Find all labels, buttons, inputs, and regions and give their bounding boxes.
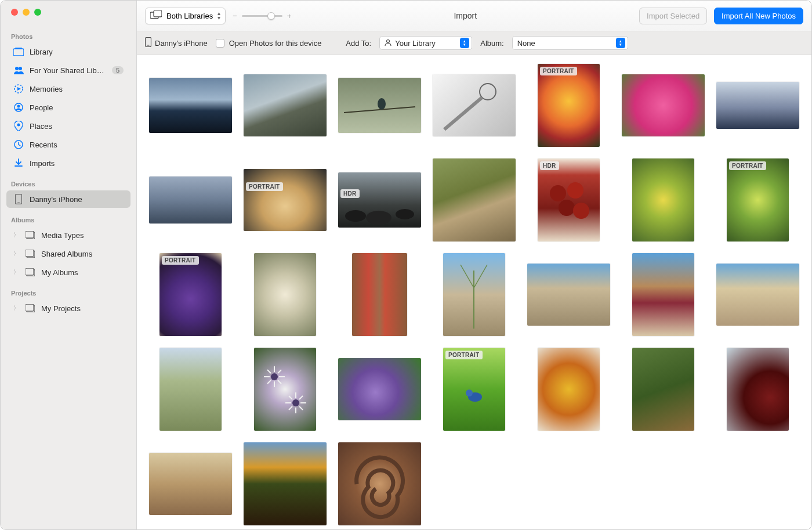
svg-line-55 bbox=[289, 406, 292, 410]
open-photos-checkbox[interactable] bbox=[216, 39, 224, 48]
photo-thumbnail[interactable] bbox=[716, 82, 800, 129]
toolbar: Both Libraries ▴▾ − + Import Import Sele… bbox=[137, 1, 811, 31]
svg-point-48 bbox=[292, 399, 299, 406]
person-icon bbox=[385, 39, 392, 48]
svg-point-26 bbox=[378, 98, 386, 110]
sidebar-item-recents[interactable]: Recents bbox=[6, 136, 130, 153]
chevron-right-icon: 〉 bbox=[13, 304, 19, 312]
svg-point-32 bbox=[550, 185, 566, 201]
sidebar-item-shared-library[interactable]: For Your Shared Lib… 5 bbox=[6, 62, 130, 79]
slider-knob[interactable] bbox=[267, 12, 275, 20]
memories-icon bbox=[13, 84, 24, 94]
photo-thumbnail[interactable] bbox=[243, 442, 327, 525]
people-share-icon bbox=[13, 65, 24, 75]
photo-grid[interactable]: PORTRAITPORTRAITHDRHDRPORTRAITPORTRAITPO… bbox=[137, 55, 811, 529]
photo-thumbnail[interactable] bbox=[148, 176, 233, 223]
photo-thumbnail[interactable] bbox=[338, 78, 422, 133]
iphone-icon bbox=[13, 194, 24, 204]
photo-thumbnail[interactable] bbox=[527, 348, 611, 431]
sidebar-item-my-projects[interactable]: 〉 My Projects bbox=[6, 300, 130, 317]
library-selector[interactable]: Both Libraries ▴▾ bbox=[145, 8, 226, 24]
photo-thumbnail[interactable]: PORTRAIT bbox=[243, 169, 327, 231]
photo-thumbnail[interactable] bbox=[716, 348, 800, 431]
svg-rect-23 bbox=[147, 45, 150, 46]
photo-thumbnail[interactable] bbox=[621, 158, 705, 241]
close-window-button[interactable] bbox=[11, 9, 18, 16]
add-to-label: Add To: bbox=[346, 39, 371, 48]
sidebar-item-places[interactable]: Places bbox=[6, 117, 130, 135]
photo-thumbnail[interactable] bbox=[621, 253, 705, 336]
recents-icon bbox=[13, 139, 24, 150]
library-icon bbox=[13, 46, 24, 57]
photo-thumbnail[interactable]: PORTRAIT bbox=[716, 158, 800, 241]
photo-thumbnail[interactable] bbox=[621, 348, 705, 431]
photo-thumbnail[interactable] bbox=[148, 453, 233, 515]
shared-badge: 5 bbox=[112, 66, 124, 74]
photo-thumbnail[interactable] bbox=[432, 253, 516, 336]
album-select[interactable]: None ▴▾ bbox=[512, 36, 628, 50]
section-projects: Projects bbox=[1, 287, 136, 299]
portrait-badge: PORTRAIT bbox=[246, 182, 283, 191]
photo-thumbnail[interactable] bbox=[527, 264, 611, 326]
imports-icon bbox=[13, 158, 24, 168]
svg-point-27 bbox=[480, 84, 496, 100]
import-options-bar: Danny's iPhone Open Photos for this devi… bbox=[137, 31, 811, 55]
svg-rect-11 bbox=[17, 203, 20, 203]
svg-rect-1 bbox=[15, 48, 22, 49]
project-icon bbox=[25, 303, 35, 313]
photo-thumbnail[interactable] bbox=[243, 74, 327, 136]
svg-point-24 bbox=[387, 39, 390, 42]
photo-thumbnail[interactable] bbox=[432, 74, 516, 136]
sidebar: Photos Library For Your Shared Lib… 5 Me… bbox=[1, 1, 137, 529]
svg-rect-13 bbox=[26, 231, 34, 238]
photo-thumbnail[interactable]: PORTRAIT bbox=[527, 64, 611, 147]
portrait-badge: PORTRAIT bbox=[445, 351, 483, 359]
photo-thumbnail[interactable]: HDR bbox=[338, 172, 422, 228]
svg-point-8 bbox=[17, 124, 20, 127]
sidebar-item-device[interactable]: Danny's iPhone bbox=[6, 190, 130, 208]
portrait-badge: PORTRAIT bbox=[729, 161, 766, 170]
zoom-slider[interactable]: − + bbox=[233, 12, 291, 20]
sidebar-item-shared-albums[interactable]: 〉 Shared Albums bbox=[6, 245, 130, 262]
import-selected-button[interactable]: Import Selected bbox=[639, 8, 707, 24]
import-all-button[interactable]: Import All New Photos bbox=[714, 8, 803, 24]
sidebar-item-memories[interactable]: Memories bbox=[6, 80, 130, 98]
add-to-select[interactable]: Your Library ▴▾ bbox=[379, 36, 472, 50]
photo-thumbnail[interactable]: PORTRAIT bbox=[148, 253, 233, 336]
sidebar-item-media-types[interactable]: 〉 Media Types bbox=[6, 226, 130, 244]
sidebar-item-imports[interactable]: Imports bbox=[6, 154, 130, 172]
sidebar-item-people[interactable]: People bbox=[6, 99, 130, 116]
sidebar-item-library[interactable]: Library bbox=[6, 43, 130, 60]
photo-thumbnail[interactable] bbox=[243, 348, 327, 431]
photo-thumbnail[interactable] bbox=[621, 74, 705, 136]
photo-thumbnail[interactable] bbox=[338, 442, 422, 525]
fullscreen-window-button[interactable] bbox=[34, 9, 41, 16]
svg-line-44 bbox=[267, 370, 271, 373]
minimize-window-button[interactable] bbox=[23, 9, 30, 16]
photo-thumbnail[interactable] bbox=[716, 264, 800, 326]
photo-thumbnail[interactable] bbox=[432, 158, 516, 241]
svg-point-3 bbox=[19, 67, 22, 70]
album-icon bbox=[25, 230, 35, 240]
svg-rect-21 bbox=[154, 10, 162, 17]
photo-thumbnail[interactable] bbox=[338, 253, 422, 336]
svg-line-53 bbox=[289, 396, 292, 399]
hdr-badge: HDR bbox=[540, 161, 559, 170]
svg-point-7 bbox=[17, 105, 20, 108]
svg-point-29 bbox=[345, 210, 366, 222]
hdr-badge: HDR bbox=[340, 189, 360, 198]
chevron-right-icon: 〉 bbox=[13, 231, 19, 239]
svg-point-34 bbox=[559, 200, 575, 216]
photo-thumbnail[interactable]: HDR bbox=[527, 158, 611, 241]
photo-thumbnail[interactable] bbox=[243, 253, 327, 336]
open-photos-checkbox-group[interactable]: Open Photos for this device bbox=[216, 39, 322, 48]
svg-rect-17 bbox=[26, 268, 34, 275]
svg-line-54 bbox=[299, 406, 303, 410]
sidebar-item-my-albums[interactable]: 〉 My Albums bbox=[6, 264, 130, 281]
zoom-out-icon: − bbox=[233, 12, 237, 20]
photo-thumbnail[interactable] bbox=[338, 358, 422, 420]
photo-thumbnail[interactable] bbox=[148, 348, 233, 431]
svg-point-33 bbox=[567, 182, 583, 199]
photo-thumbnail[interactable]: PORTRAIT bbox=[432, 348, 516, 431]
photo-thumbnail[interactable] bbox=[148, 78, 233, 133]
